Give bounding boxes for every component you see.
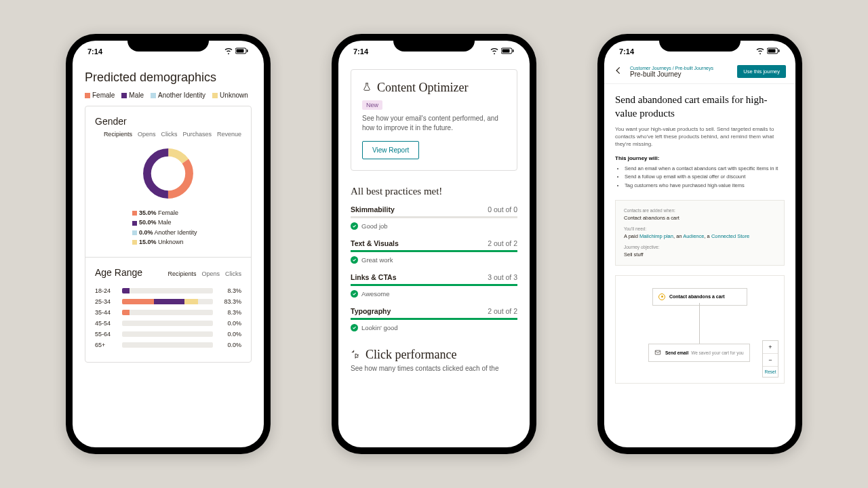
flask-icon — [362, 81, 372, 95]
gender-donut-chart — [140, 146, 196, 201]
back-icon[interactable] — [614, 66, 623, 78]
age-tab-clicks[interactable]: Clicks — [225, 270, 241, 277]
notch — [393, 34, 475, 52]
svg-rect-7 — [502, 49, 510, 53]
age-row: 45-540.0% — [95, 320, 241, 327]
age-tab-opens[interactable]: Opens — [201, 270, 220, 277]
svg-rect-1 — [237, 49, 244, 53]
check-icon — [351, 324, 358, 331]
new-badge: New — [362, 100, 382, 110]
age-row: 65+0.0% — [95, 342, 241, 348]
wifi-icon — [224, 47, 233, 56]
battery-icon — [501, 47, 515, 56]
status-time: 7:14 — [87, 47, 102, 56]
wifi-icon — [490, 47, 498, 56]
journey-will-label: This journey will: — [615, 155, 785, 161]
age-row: 18-248.3% — [95, 287, 241, 294]
age-row: 25-3483.3% — [95, 298, 241, 305]
best-practices-list: Skimmability0 out of 0Good jobText & Vis… — [351, 205, 517, 331]
content-optimizer-card: Content Optimizer New See how your email… — [351, 69, 517, 171]
phone-content-optimizer: 7:14 Content Optimizer New See how your … — [332, 34, 536, 454]
age-row: 35-448.3% — [95, 309, 241, 316]
gender-card: Gender Recipients Opens Clicks Purchases… — [85, 106, 252, 363]
age-chart: 18-248.3%25-3483.3%35-448.3%45-540.0%55-… — [85, 287, 251, 362]
gender-tabs: Recipients Opens Clicks Purchases Revenu… — [95, 131, 241, 138]
status-time: 7:14 — [619, 47, 634, 56]
wifi-icon — [756, 47, 764, 56]
envelope-icon — [654, 349, 661, 357]
tab-purchases[interactable]: Purchases — [182, 131, 212, 138]
view-report-button[interactable]: View Report — [362, 141, 419, 159]
status-time: 7:14 — [353, 47, 368, 56]
legend: Female Male Another Identity Unknown — [85, 92, 252, 99]
click-perf-title: Click performance — [366, 348, 456, 362]
best-practice-item: Links & CTAs3 out of 3Awesome — [351, 273, 517, 298]
link-audience[interactable]: Audience — [683, 233, 704, 239]
breadcrumb-title: Pre-built Journey — [630, 70, 713, 78]
tab-opens[interactable]: Opens — [138, 131, 156, 138]
check-icon — [351, 222, 358, 230]
best-practice-item: Skimmability0 out of 0Good job — [351, 205, 517, 230]
zoom-in-button[interactable]: + — [763, 341, 778, 354]
svg-rect-10 — [768, 49, 776, 53]
click-icon — [351, 348, 360, 362]
notch — [659, 34, 741, 52]
check-icon — [351, 256, 358, 264]
flow-node-email[interactable]: Send email We saved your cart for you — [648, 344, 750, 362]
journey-info-card: Contacts are added when: Contact abandon… — [615, 200, 785, 266]
svg-rect-2 — [247, 49, 248, 52]
journey-flow-canvas[interactable]: Contact abandons a cart Send email We sa… — [615, 275, 785, 384]
journey-will-list: Send an email when a contact abandons ca… — [615, 165, 785, 190]
zoom-reset-button[interactable]: Reset — [763, 367, 778, 377]
journey-title: Send abandoned cart emails for high-valu… — [615, 94, 785, 120]
check-icon — [351, 290, 358, 298]
age-tab-recipients[interactable]: Recipients — [167, 270, 196, 277]
flow-connector — [699, 303, 700, 344]
tab-revenue[interactable]: Revenue — [217, 131, 241, 138]
tab-recipients[interactable]: Recipients — [104, 131, 132, 138]
phone-demographics: 7:14 Predicted demographics Female Male … — [66, 34, 271, 454]
link-store[interactable]: Connected Store — [711, 233, 749, 239]
best-practice-item: Typography2 out of 2Lookin' good — [351, 307, 517, 331]
breadcrumb[interactable]: Customer Journeys / Pre-built Journeys — [630, 66, 713, 70]
zoom-controls: + − Reset — [762, 340, 778, 378]
best-practice-item: Text & Visuals2 out of 2Great work — [351, 239, 517, 264]
tab-clicks[interactable]: Clicks — [161, 131, 177, 138]
co-description: See how your email's content performed, … — [362, 114, 506, 133]
age-row: 55-640.0% — [95, 331, 241, 338]
flow-node-start[interactable]: Contact abandons a cart — [652, 288, 747, 306]
svg-rect-8 — [513, 49, 514, 52]
age-title: Age Range — [95, 267, 142, 278]
battery-icon — [235, 47, 249, 56]
journey-desc: You want your high-value products to sel… — [615, 125, 785, 148]
gender-title: Gender — [95, 116, 241, 127]
page-title: Predicted demographics — [85, 70, 252, 85]
phone-journey: 7:14 Customer Journeys / Pre-built Journ… — [597, 34, 802, 454]
link-plan[interactable]: Mailchimp plan — [639, 233, 673, 239]
click-perf-desc: See how many times contacts clicked each… — [351, 365, 517, 372]
trigger-icon — [658, 293, 665, 300]
battery-icon — [767, 47, 781, 56]
notch — [127, 34, 209, 52]
svg-rect-11 — [778, 49, 780, 52]
svg-rect-12 — [655, 350, 660, 354]
zoom-out-button[interactable]: − — [763, 354, 778, 367]
use-journey-button[interactable]: Use this journey — [737, 65, 786, 78]
best-practices-title: All best practices met! — [351, 186, 517, 197]
co-title: Content Optimizer — [377, 81, 468, 95]
donut-legend: 35.0% Female 50.0% Male 0.0% Another Ide… — [95, 208, 241, 247]
